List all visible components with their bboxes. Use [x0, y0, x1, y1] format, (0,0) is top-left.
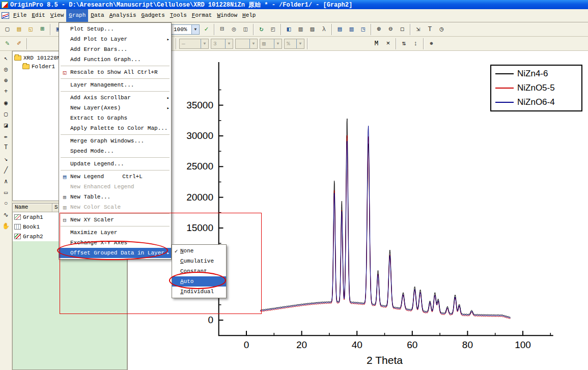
menu-item-exchange-x-y-axes[interactable]: Exchange X-Y Axes [59, 238, 171, 248]
menu-item-label: Extract to Graphs [70, 115, 127, 121]
menu-analysis[interactable]: Analysis [107, 9, 139, 22]
series-nizno5-5 [260, 135, 510, 319]
menu-item-add-error-bars[interactable]: Add Error Bars... [59, 44, 171, 54]
menu-window[interactable]: Window [214, 9, 240, 22]
zoom-out-button[interactable]: ⊖ [385, 23, 397, 35]
menu-item-add-function-graph[interactable]: Add Function Graph... [59, 54, 171, 65]
menu-item-offset-grouped-data-in-layer[interactable]: Offset Grouped Data in Layer▸ [59, 248, 171, 258]
arrow-tool[interactable]: ↘ [1, 154, 11, 164]
zoom-in-tool[interactable]: ◎ [1, 64, 11, 74]
menu-item-merge-graph-windows[interactable]: Merge Graph Windows... [59, 136, 171, 146]
submenu-item-individual[interactable]: Individual [172, 287, 226, 297]
pointer-tool[interactable]: ↖ [1, 53, 11, 63]
mask-tool[interactable]: ◪ [1, 120, 11, 130]
new-folder-button[interactable]: ▤ [13, 23, 25, 35]
duplicate-button[interactable]: ◰ [267, 23, 279, 35]
rectangle-tool[interactable]: ▭ [1, 187, 11, 197]
toolbar-separator [176, 38, 177, 49]
rescale-toolbar-button[interactable]: ⇲ [412, 23, 424, 35]
print-button[interactable]: ⊟ [216, 23, 228, 35]
tile-horizontal-button[interactable]: ▤ [334, 23, 346, 35]
menu-item-layer-management[interactable]: Layer Management... [59, 80, 171, 90]
results-log-button[interactable]: ▥ [295, 23, 306, 35]
column-header-name[interactable]: Name [13, 204, 52, 212]
screen-reader-tool[interactable]: + [1, 87, 11, 97]
menu-tools[interactable]: Tools [167, 9, 189, 22]
chart-legend[interactable]: NiZn4-6NiZnO5-5NiZnO6-4 [490, 65, 582, 111]
copy-page-button[interactable]: ◫ [240, 23, 251, 35]
draw-data-tool[interactable]: ✏ [1, 131, 11, 141]
menu-item-update-legend[interactable]: Update Legend... [59, 159, 171, 169]
menu-item-maximize-layer[interactable]: Maximize Layer [59, 227, 171, 238]
freehand-tool[interactable]: ∿ [1, 210, 11, 220]
data-reader-tool[interactable]: ◉ [1, 98, 11, 108]
submenu-item-constant[interactable]: Constant [172, 266, 226, 276]
swap-down-button[interactable]: ↕ [410, 38, 422, 49]
print-preview-button[interactable]: ◎ [228, 23, 240, 35]
data-selector-tool[interactable]: ▢ [1, 109, 11, 119]
series-nizno6-4 [260, 126, 510, 318]
open-excel-button[interactable]: ⊞ [37, 23, 48, 35]
menu-file[interactable]: File [11, 9, 29, 22]
menu-separator [59, 77, 171, 80]
open-button[interactable]: ◱ [25, 23, 37, 35]
menu-item-rescale-to-show-all[interactable]: ◱Rescale to Show AllCtrl+R [59, 67, 171, 77]
menu-item-new-table[interactable]: ⊞New Table... [59, 192, 171, 202]
menu-item-label: Merge Graph Windows... [70, 138, 144, 144]
tile-vertical-button[interactable]: ▥ [346, 23, 357, 35]
cascade-windows-button[interactable]: ◳ [357, 23, 369, 35]
line-tool[interactable]: ╱ [1, 165, 11, 175]
menu-data[interactable]: Data [88, 9, 106, 22]
menu-item-plot-setup[interactable]: Plot Setup... [59, 24, 171, 34]
script-window-button[interactable]: ▨ [306, 23, 318, 35]
menu-item-label: Add Function Graph... [70, 56, 141, 63]
menu-format[interactable]: Format [189, 9, 215, 22]
master-items-button[interactable]: M [371, 38, 382, 49]
format-painter-button[interactable]: ✐ [13, 38, 25, 49]
exclude-button[interactable]: × [382, 38, 394, 49]
check-icon: ✓ [172, 248, 180, 254]
menu-item-new-xy-scaler[interactable]: ⊟New XY Scaler [59, 215, 171, 225]
menu-graph[interactable]: Graph [66, 9, 88, 22]
submenu-item-auto[interactable]: Auto [172, 276, 226, 287]
menu-view[interactable]: View [48, 9, 66, 22]
zoom-select[interactable]: 100%▼ [171, 24, 200, 35]
graph-window-icon[interactable] [2, 12, 9, 19]
fit-page-button[interactable]: ◻ [397, 23, 408, 35]
polyline-tool[interactable]: ∧ [1, 176, 11, 186]
menu-item-apply-palette-to-color-map[interactable]: Apply Palette to Color Map... [59, 123, 171, 133]
menu-edit[interactable]: Edit [29, 9, 47, 22]
menu-item-add-axis-scrollbar[interactable]: Add Axis Scrollbar▸ [59, 93, 171, 103]
zoom-panel-tool[interactable]: ⊕ [1, 75, 11, 86]
date-time-button[interactable]: ◷ [436, 23, 447, 35]
menu-item-icon: ◱ [59, 69, 70, 76]
circle-tool[interactable]: ○ [1, 198, 11, 209]
graph-menu-dropdown: Plot Setup...Add Plot to Layer▸Add Error… [59, 22, 172, 260]
tools-palette: ↖◎⊕+◉▢◪✏T↘╱∧▭○∿✋ [0, 51, 12, 370]
pan-tool[interactable]: ✋ [1, 221, 11, 231]
submenu-item-cumulative[interactable]: Cumulative [172, 256, 226, 266]
tree-item-label: Folder1 [32, 64, 55, 70]
lock-button[interactable]: ● [426, 38, 437, 49]
menu-item-label: New Layer(Axes) [70, 105, 121, 111]
zoom-in-button[interactable]: ⊕ [373, 23, 385, 35]
menu-item-add-plot-to-layer[interactable]: Add Plot to Layer▸ [59, 34, 171, 44]
swap-up-button[interactable]: ⇅ [398, 38, 410, 49]
add-text-button[interactable]: T [424, 23, 436, 35]
menu-help[interactable]: Help [240, 9, 258, 22]
project-explorer-button[interactable]: ◧ [283, 23, 295, 35]
menu-item-new-layer-axes[interactable]: New Layer(Axes)▸ [59, 103, 171, 113]
menu-item-speed-mode[interactable]: Speed Mode... [59, 146, 171, 156]
code-builder-button[interactable]: λ [318, 23, 330, 35]
refresh-button[interactable]: ↻ [256, 23, 267, 35]
menu-item-new-legend[interactable]: ▤New LegendCtrl+L [59, 172, 171, 182]
menu-gadgets[interactable]: Gadgets [139, 9, 167, 22]
new-project-button[interactable]: ▢ [2, 23, 13, 35]
whole-page-button[interactable]: ✓ [201, 23, 212, 35]
menu-item-new-enhanced-legend: New Enhanced Legend [59, 182, 171, 192]
menu-item-extract-to-graphs[interactable]: Extract to Graphs [59, 113, 171, 123]
legend-line-swatch [495, 102, 514, 103]
submenu-item-none[interactable]: ✓None [172, 246, 226, 256]
edit-mode-button[interactable]: ✎ [2, 38, 13, 49]
text-tool[interactable]: T [1, 143, 11, 153]
